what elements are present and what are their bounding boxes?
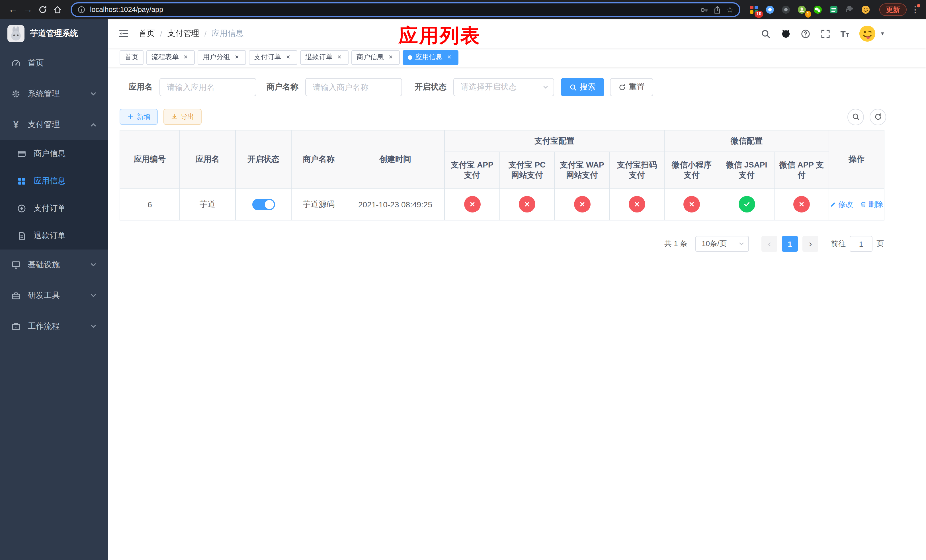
status-select[interactable]: 请选择开启状态: [453, 78, 554, 96]
reset-button[interactable]: 重置: [610, 78, 653, 96]
sidebar-item-label: 退款订单: [33, 231, 65, 241]
tag-user-group[interactable]: 用户分组 ×: [198, 50, 246, 65]
sidebar-item-payment-order[interactable]: 支付订单: [0, 195, 108, 222]
col-status: 开启状态: [236, 130, 291, 188]
sidebar-item-app-info[interactable]: 应用信息: [0, 168, 108, 195]
user-menu[interactable]: ▼: [859, 25, 885, 42]
delete-button[interactable]: 删除: [860, 199, 883, 209]
sidebar-item-home[interactable]: 首页: [0, 48, 108, 79]
extension-wechat-icon[interactable]: [812, 4, 823, 15]
search-button[interactable]: 搜索: [561, 78, 604, 96]
close-icon[interactable]: ×: [284, 53, 292, 61]
edit-button[interactable]: 修改: [830, 199, 853, 209]
tags-view: 首页 流程表单 × 用户分组 × 支付订单 × 退款订单 × 商户信息 × 应用…: [108, 48, 926, 67]
close-icon[interactable]: ×: [233, 53, 241, 61]
browser-toolbar: ← → localhost:1024/pay/app ☆ 10: [0, 0, 926, 20]
tag-payment-order[interactable]: 支付订单 ×: [249, 50, 297, 65]
sidebar-item-system[interactable]: 系统管理: [0, 79, 108, 109]
browser-forward-icon[interactable]: →: [21, 2, 35, 17]
close-icon[interactable]: ×: [182, 53, 190, 61]
chevron-down-icon: [542, 84, 549, 91]
search-icon[interactable]: [761, 29, 771, 39]
chevron-down-icon: [738, 241, 745, 247]
url-text: localhost:1024/pay/app: [90, 6, 696, 14]
github-icon[interactable]: [781, 29, 791, 39]
extension-doc-icon[interactable]: [828, 4, 840, 15]
fullscreen-icon[interactable]: [821, 29, 831, 39]
browser-home-icon[interactable]: [50, 2, 65, 17]
close-icon[interactable]: ×: [336, 53, 343, 61]
sidebar-item-payment[interactable]: ¥ 支付管理: [0, 109, 108, 140]
extension-puzzle-icon[interactable]: [844, 4, 855, 15]
breadcrumb-home[interactable]: 首页: [139, 29, 155, 39]
cell-merchant: 芋道源码: [291, 188, 346, 220]
browser-back-icon[interactable]: ←: [6, 2, 21, 17]
goto-page-input[interactable]: [850, 236, 873, 252]
cell-wechat-app-status: [774, 188, 829, 220]
export-button[interactable]: 导出: [163, 109, 201, 125]
tag-merchant-info[interactable]: 商户信息 ×: [351, 50, 400, 65]
cell-alipay-qr-status: [610, 188, 664, 220]
status-cross-icon: [574, 196, 590, 212]
extension-grid-icon[interactable]: 10: [748, 4, 760, 15]
chevron-down-icon: [90, 323, 97, 330]
col-created: 创建时间: [346, 130, 445, 188]
table-row: 6 芋道 芋道源码 2021-10-23 08:49:25: [120, 188, 884, 220]
page-size-select[interactable]: 10条/页: [695, 236, 749, 252]
next-page-button[interactable]: ›: [802, 236, 819, 252]
breadcrumb-payment[interactable]: 支付管理: [168, 29, 199, 39]
app-enabled-switch[interactable]: [252, 198, 275, 210]
sidebar-item-label: 工作流程: [28, 321, 60, 331]
extension-avatar-icon[interactable]: 1: [796, 4, 808, 15]
monitor-icon: [11, 260, 21, 269]
browser-menu-icon[interactable]: ⋮: [910, 5, 920, 15]
sidebar-item-label: 支付订单: [33, 203, 65, 213]
sidebar-item-label: 基础设施: [28, 260, 60, 270]
prev-page-button[interactable]: ‹: [761, 236, 777, 252]
browser-update-button[interactable]: 更新: [879, 3, 906, 16]
bookmark-star-icon[interactable]: ☆: [726, 5, 734, 14]
extension-emoji-icon[interactable]: [860, 4, 872, 15]
address-bar[interactable]: localhost:1024/pay/app ☆: [71, 2, 740, 17]
merchant-name-input[interactable]: [305, 78, 402, 96]
sidebar: 芋道管理系统 首页 系统管理 ¥ 支付管理: [0, 20, 108, 560]
font-size-icon[interactable]: TT: [841, 29, 849, 38]
extension-dark-icon[interactable]: [780, 4, 791, 15]
search-form: 应用名 商户名称 开启状态 请选择开启状态 搜索 重置: [129, 78, 653, 96]
tag-refund-order[interactable]: 退款订单 ×: [300, 50, 348, 65]
app-name-input[interactable]: [159, 78, 256, 96]
cell-app-id: 6: [120, 188, 180, 220]
grid-icon: [17, 177, 26, 186]
sidebar-item-refund-order[interactable]: 退款订单: [0, 222, 108, 250]
sidebar-item-devtools[interactable]: 研发工具: [0, 280, 108, 311]
page-1-button[interactable]: 1: [782, 236, 798, 252]
add-button[interactable]: 新增: [120, 109, 158, 125]
sidebar-item-merchant-info[interactable]: 商户信息: [0, 140, 108, 168]
sidebar-item-workflow[interactable]: 工作流程: [0, 311, 108, 342]
extension-drop-icon[interactable]: [764, 4, 776, 15]
col-wechat-mini: 微信小程序支付: [664, 152, 719, 188]
cell-app-name: 芋道: [180, 188, 236, 220]
total-count: 共 1 条: [664, 239, 687, 249]
help-icon[interactable]: [801, 29, 811, 39]
browser-reload-icon[interactable]: [35, 2, 50, 17]
breadcrumb: 首页 / 支付管理 / 应用信息: [139, 29, 244, 39]
toggle-search-button[interactable]: [847, 109, 864, 125]
sidebar-collapse-icon[interactable]: [118, 29, 129, 38]
status-cross-icon: [464, 196, 480, 212]
tag-process-form[interactable]: 流程表单 ×: [146, 50, 195, 65]
sidebar-item-infrastructure[interactable]: 基础设施: [0, 250, 108, 280]
cell-status: [236, 188, 291, 220]
tag-app-info[interactable]: 应用信息 ×: [402, 50, 458, 65]
status-cross-icon: [519, 196, 535, 212]
close-icon[interactable]: ×: [387, 53, 395, 61]
share-icon[interactable]: [713, 5, 722, 14]
password-key-icon[interactable]: [700, 5, 709, 14]
tag-home[interactable]: 首页: [120, 50, 144, 65]
close-icon[interactable]: ×: [445, 53, 453, 61]
merchant-name-label: 商户名称: [266, 82, 298, 92]
col-app-name: 应用名: [180, 130, 236, 188]
site-info-icon[interactable]: [77, 6, 85, 14]
refresh-button[interactable]: [870, 109, 886, 125]
chevron-down-icon: [90, 262, 97, 268]
